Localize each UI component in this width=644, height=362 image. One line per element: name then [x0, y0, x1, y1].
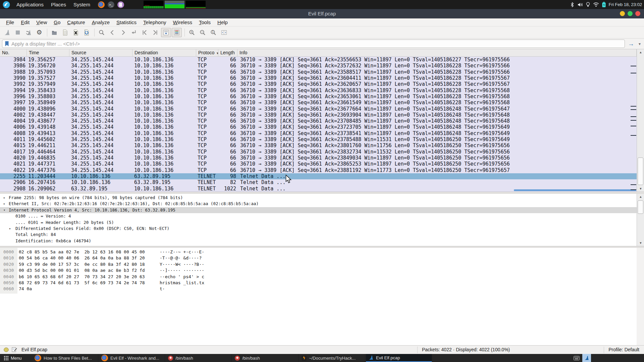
colorize-icon[interactable] [172, 28, 182, 37]
detail-line[interactable]: .... 0101 = Header Length: 20 bytes (5) [0, 220, 637, 226]
hex-line[interactable]: 0040b6 10 65 63 68 6f 20 27 70 73 34 27 … [0, 274, 637, 280]
save-file-icon[interactable]: 010101100011 [60, 28, 70, 37]
panel-menu-places[interactable]: Places [47, 0, 70, 9]
menu-capture[interactable]: Capture [64, 18, 88, 26]
capture-options-icon[interactable]: ⚙ [34, 28, 44, 37]
resize-columns-icon[interactable] [219, 28, 229, 37]
hex-line[interactable]: 006074 0at· [0, 286, 637, 292]
bluetooth-icon[interactable] [570, 2, 574, 7]
maximize-button[interactable] [628, 11, 633, 16]
packet-row[interactable]: 398619.35672034.255.145.24410.10.186.136… [0, 63, 637, 69]
auto-scroll-icon[interactable] [161, 28, 171, 37]
zoom-original-icon[interactable]: 1 [208, 28, 218, 37]
taskbar-item[interactable]: ϟ~/Documents/TryHack... [299, 354, 365, 362]
first-packet-icon[interactable] [140, 28, 150, 37]
packet-row[interactable]: 398819.35709334.255.145.24410.10.186.136… [0, 69, 637, 75]
scrollbar-thumb[interactable] [638, 158, 643, 185]
detail-line[interactable]: ▸Differentiated Services Field: 0x00 (DS… [0, 226, 637, 232]
column-header-protoco[interactable]: Protoco▼ [196, 49, 218, 57]
packet-row[interactable]: 399719.35894934.255.145.24410.10.186.136… [0, 100, 637, 106]
packet-row[interactable]: 401519.44621134.255.145.24410.10.186.136… [0, 142, 637, 148]
detail-line[interactable]: 0100 .... = Version: 4 [0, 213, 637, 219]
packet-row[interactable]: 401719.44646434.255.145.24410.10.186.136… [0, 149, 637, 155]
packet-row[interactable]: 290616.20741610.10.186.13663.32.89.195TE… [0, 179, 637, 185]
scroll-up-icon[interactable]: ▲ [637, 194, 644, 200]
detail-line[interactable]: ▸Frame 2255: 98 bytes on wire (784 bits)… [0, 195, 637, 201]
packet-row[interactable]: 402019.44683534.255.145.24410.10.186.136… [0, 155, 637, 161]
expander-open-icon[interactable]: ▾ [3, 207, 5, 213]
detail-line[interactable]: ▸Ethernet II, Src: 02:7e:2b:12:63:16 (02… [0, 201, 637, 207]
wifi-icon[interactable] [593, 2, 599, 7]
brightness-icon[interactable] [586, 2, 590, 7]
packet-row[interactable]: 401119.44560234.255.145.24410.10.186.136… [0, 136, 637, 142]
hex-line[interactable]: 000002 c8 85 b5 5a aa 02 7e 2b 12 63 16 … [0, 249, 637, 255]
packet-row[interactable]: 399219.35794934.255.145.24410.10.186.136… [0, 81, 637, 87]
taskbar-item[interactable]: Evil Elf.pcap [366, 354, 432, 362]
panel-menu-applications[interactable]: Applications [13, 0, 47, 9]
packet-row[interactable]: 399419.35843334.255.145.24410.10.186.136… [0, 87, 637, 94]
packet-row[interactable]: 400219.43844734.255.145.24410.10.186.136… [0, 112, 637, 118]
menu-help[interactable]: Help [214, 18, 231, 26]
packet-row[interactable]: 400019.43809634.255.145.24410.10.186.136… [0, 106, 637, 112]
notes-icon[interactable] [117, 1, 124, 8]
panel-menu-system[interactable]: System [70, 0, 94, 9]
firefox-icon[interactable] [98, 1, 105, 8]
column-header-length[interactable]: Length [218, 49, 237, 57]
scroll-up-icon[interactable]: ▲ [637, 49, 644, 55]
horizontal-scrollbar-thumb[interactable] [514, 189, 636, 191]
detail-line[interactable]: ▾Internet Protocol Version 4, Src: 10.10… [0, 207, 637, 213]
scrollbar-thumb[interactable] [638, 200, 643, 214]
menu-view[interactable]: View [33, 18, 50, 26]
packet-list-scrollbar[interactable]: ▲ ▼ [637, 49, 644, 192]
menu-file[interactable]: File [3, 18, 17, 26]
column-header-source[interactable]: Source [69, 49, 132, 57]
packet-row[interactable]: 225511.20344410.10.186.13663.32.89.195TE… [0, 173, 637, 179]
display-filter-input[interactable] [11, 41, 622, 47]
packet-row[interactable]: 402119.44737134.255.145.24410.10.186.136… [0, 161, 637, 167]
packet-row[interactable]: 398419.35625734.255.145.24410.10.186.136… [0, 57, 637, 63]
expander-closed-icon[interactable]: ▸ [9, 226, 11, 232]
find-packet-icon[interactable] [97, 28, 107, 37]
hex-line[interactable]: 001000 54 b6 ca 40 00 40 06 26 64 0a 0a … [0, 255, 637, 261]
capture-restart-icon[interactable] [23, 28, 34, 37]
packet-row[interactable]: 400419.43867734.255.145.24410.10.186.136… [0, 118, 637, 124]
packet-row[interactable]: 402219.44737634.255.145.24410.10.186.136… [0, 167, 637, 173]
scroll-down-icon[interactable]: ▼ [637, 186, 644, 192]
menu-analyze[interactable]: Analyze [89, 18, 113, 26]
apply-filter-button[interactable]: → [627, 41, 635, 47]
filter-bookmark-icon[interactable] [5, 41, 9, 47]
distro-logo-icon[interactable] [3, 1, 10, 8]
previous-packet-icon[interactable] [107, 28, 117, 37]
minimize-button[interactable] [620, 11, 625, 16]
zoom-out-icon[interactable]: − [198, 28, 208, 37]
taskbar-menu-button[interactable]: Menu [3, 354, 23, 362]
packet-row[interactable]: 399619.35880334.255.145.24410.10.186.136… [0, 94, 637, 100]
close-button[interactable] [635, 11, 640, 16]
menu-telephony[interactable]: Telephony [140, 18, 169, 26]
next-packet-icon[interactable] [118, 28, 128, 37]
packet-row[interactable]: 400619.43914834.255.145.24410.10.186.136… [0, 124, 637, 130]
capture-stop-icon[interactable] [13, 28, 23, 37]
expander-closed-icon[interactable]: ▸ [3, 195, 5, 201]
wireshark-tray-icon[interactable] [582, 354, 591, 362]
column-header-no[interactable]: No. [0, 49, 27, 57]
details-scrollbar[interactable]: ▲ ▼ [637, 194, 644, 246]
keyboard-layout-icon[interactable] [574, 354, 580, 362]
status-profile[interactable]: Profile: Default [608, 346, 639, 354]
window-titlebar[interactable]: Evil Elf.pcap [0, 9, 644, 18]
go-to-packet-icon[interactable] [129, 28, 139, 37]
column-header-info[interactable]: Info [237, 49, 637, 57]
packet-row[interactable]: 400819.43941334.255.145.24410.10.186.136… [0, 130, 637, 136]
taskbar-item[interactable]: How to Share Files Bet... [32, 354, 98, 362]
clock[interactable]: Fri Feb 18, 23:02 [609, 2, 642, 7]
taskbar-item[interactable]: /bin/bash [232, 354, 299, 362]
menu-wireless[interactable]: Wireless [170, 18, 196, 26]
packet-row[interactable]: 399019.35752734.255.145.24410.10.186.136… [0, 75, 637, 81]
expert-info-icon[interactable] [3, 347, 9, 352]
hex-line[interactable]: 002059 c3 99 de 00 17 57 3c 0e cc 80 8a … [0, 261, 637, 267]
hex-line[interactable]: 005068 72 69 73 74 6d 61 73 5f 6c 69 73 … [0, 280, 637, 286]
column-header-time[interactable]: Time [27, 49, 69, 57]
hex-line[interactable]: 003000 d3 5d bc 00 00 01 01 08 0a ae ac … [0, 267, 637, 274]
terminal-icon[interactable]: >_ [108, 1, 114, 8]
detail-line[interactable]: Total Length: 84 [0, 232, 637, 238]
